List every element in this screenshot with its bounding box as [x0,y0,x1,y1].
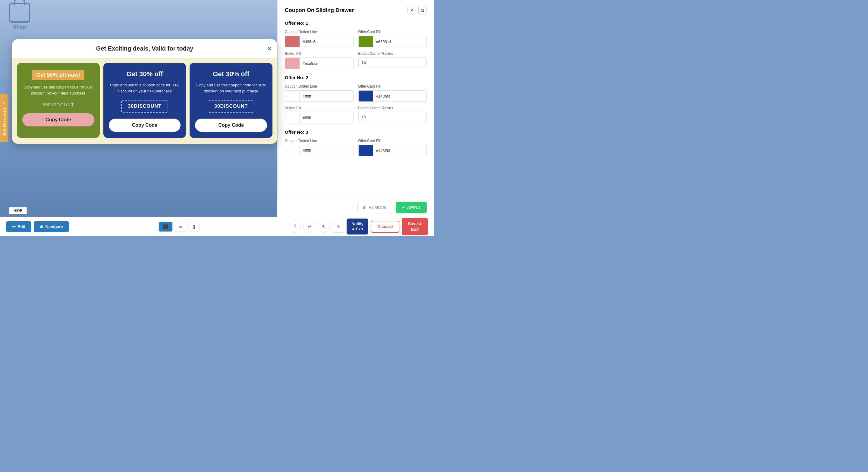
offer-3-card-fill-hex: #143f93 [373,148,427,153]
offer-1-btn-fill-group: Button Fill #eca8a8 [285,52,353,69]
offer-2-title: Offer No: 2 [285,75,427,80]
card-1-description: Copy and use this coupon code for 30% di… [22,84,94,96]
offer-2-radius-input[interactable] [358,112,427,122]
panel-header: Coupon On Sliding Drawer × ⧉ [285,6,427,14]
shop-bag [9,3,30,23]
offer-card-3: Get 30% off Copy and use this coupon cod… [190,63,273,138]
offer-1-card-fill-swatch [359,36,373,47]
card-1-title: Get 50% off now! [32,70,84,80]
apply-label: APPLY [407,205,421,210]
pointer-button[interactable]: ↖ [318,221,330,233]
offer-3-row-1: Coupon Dotted Line #ffffff Offer Card Fi… [285,139,427,156]
offer-2-coupon-swatch [285,91,300,101]
offer-3-card-fill-input[interactable]: #143f93 [358,145,427,156]
offer-section-2: Offer No: 2 Coupon Dotted Line #ffffff O… [285,75,427,124]
offer-card-1: Get 50% off now! Copy and use this coupo… [17,63,100,138]
offer-1-card-fill-input[interactable]: #669314 [358,36,427,47]
help-button[interactable]: ? [289,221,301,233]
offer-3-coupon-line-input[interactable]: #ffffff [285,145,353,156]
offer-2-card-fill-label: Offer Card Fill [358,84,427,89]
offer-1-coupon-swatch [285,36,300,47]
card-3-coupon-code: 30DISCOUNT [208,100,254,112]
card-1-coupon-code: 50DISCOUNT [42,102,74,107]
offer-2-coupon-line-label: Coupon Dotted Line [285,84,353,89]
sliding-drawer-tab[interactable]: > Get Discount [0,94,8,142]
offer-1-btn-fill-input[interactable]: #eca8a8 [285,58,353,69]
card-2-title: Get 30% off [126,70,163,78]
offer-card-2: Get 30% off Copy and use this coupon cod… [103,63,186,138]
offer-2-row-1: Coupon Dotted Line #ffffff Offer Card Fi… [285,84,427,102]
panel-title: Coupon On Sliding Drawer [285,7,354,13]
panel-copy-button[interactable]: ⧉ [418,6,427,14]
card-2-copy-button[interactable]: Copy Code [109,119,181,132]
offer-1-card-fill-hex: #669314 [373,39,427,44]
device-mobile-button[interactable]: ▯ [188,222,199,232]
hide-button[interactable]: HIDE [9,207,27,214]
add-button[interactable]: + [332,221,344,233]
edit-button[interactable]: ✏ Edit [6,221,31,232]
save-label: Save &Exit [408,221,422,232]
save-exit-button[interactable]: Save &Exit [402,218,428,235]
card-3-title: Get 30% off [213,70,249,78]
pointer-icon: ↖ [322,224,326,229]
drawer-label: Get Discount [2,108,7,136]
offer-section-3: Offer No: 3 Coupon Dotted Line #ffffff O… [285,129,427,156]
offer-1-radius-input[interactable] [358,58,427,67]
panel-footer: 🗑 REMOVE ✓ APPLY [277,198,434,217]
modal-close-button[interactable]: × [267,45,271,53]
offer-2-btn-hex: #ffffff [300,115,353,120]
offer-1-radius-group: Button Corner Radius [358,52,427,69]
undo-button[interactable]: ↩ [303,221,315,233]
offer-2-coupon-line-group: Coupon Dotted Line #ffffff [285,84,353,102]
offer-3-coupon-hex: #ffffff [300,148,353,153]
mobile-icon: ▯ [193,224,195,229]
offer-2-card-fill-swatch [359,91,373,101]
panel-close-button[interactable]: × [407,6,416,14]
edit-label: Edit [18,224,25,229]
navigate-icon: ⊕ [40,224,43,229]
offer-1-coupon-line-label: Coupon Dotted Line [285,30,353,34]
offer-2-btn-fill-group: Button Fill #ffffff [285,106,353,124]
offer-1-row-1: Coupon Dotted Line #d36c6c Offer Card Fi… [285,30,427,47]
trash-icon: 🗑 [363,205,367,210]
discard-button[interactable]: Discard [371,221,399,233]
right-panel: Coupon On Sliding Drawer × ⧉ Offer No: 1… [277,0,434,220]
discard-label: Discard [377,224,393,229]
remove-label: REMOVE [369,205,387,210]
bottom-toolbar: ✏ Edit ⊕ Navigate ⬛ ▭ ▯ ? ↩ ↖ + Nullify&… [0,217,434,236]
offer-3-title: Offer No: 3 [285,129,427,135]
offer-2-btn-fill-label: Button Fill [285,106,353,110]
offer-1-coupon-line-input[interactable]: #d36c6c [285,36,353,47]
offer-1-card-fill-group: Offer Card Fill #669314 [358,30,427,47]
offer-2-card-fill-hex: #143f93 [373,94,427,98]
shop-text: Shop [13,24,27,30]
card-3-description: Copy and use this coupon code for 30% di… [195,82,267,94]
card-2-coupon-code: 30DISCOUNT [121,100,168,112]
device-tablet-button[interactable]: ▭ [174,222,187,232]
remove-button[interactable]: 🗑 REMOVE [358,202,392,213]
panel-header-buttons: × ⧉ [407,6,427,14]
nullify-label: Nullify& Exit [351,222,364,231]
undo-icon: ↩ [307,224,311,229]
device-desktop-button[interactable]: ⬛ [158,222,173,232]
offer-3-card-fill-swatch [359,145,373,156]
offer-2-card-fill-input[interactable]: #143f93 [358,90,427,102]
apply-button[interactable]: ✓ APPLY [396,202,427,213]
nullify-exit-button[interactable]: Nullify& Exit [347,218,368,235]
offer-2-coupon-line-input[interactable]: #ffffff [285,90,353,102]
offer-2-radius-group: Button Corner Radius [358,106,427,124]
offer-2-btn-fill-input[interactable]: #ffffff [285,112,353,124]
card-3-copy-button[interactable]: Copy Code [195,119,267,132]
card-1-copy-button[interactable]: Copy Code [22,113,94,127]
offer-2-radius-label: Button Corner Radius [358,106,427,110]
offer-2-card-fill-group: Offer Card Fill #143f93 [358,84,427,102]
navigate-label: Navigate [45,224,63,229]
offer-1-radius-label: Button Corner Radius [358,52,427,56]
offer-3-coupon-line-group: Coupon Dotted Line #ffffff [285,139,353,156]
coupon-modal: Get Exciting deals, Valid for today × Ge… [12,39,277,144]
offer-3-card-fill-label: Offer Card Fill [358,139,427,143]
navigate-button[interactable]: ⊕ Navigate [34,221,69,232]
drawer-arrow-icon: > [3,101,5,105]
modal-title: Get Exciting deals, Valid for today [96,45,193,52]
offer-3-coupon-line-label: Coupon Dotted Line [285,139,353,143]
